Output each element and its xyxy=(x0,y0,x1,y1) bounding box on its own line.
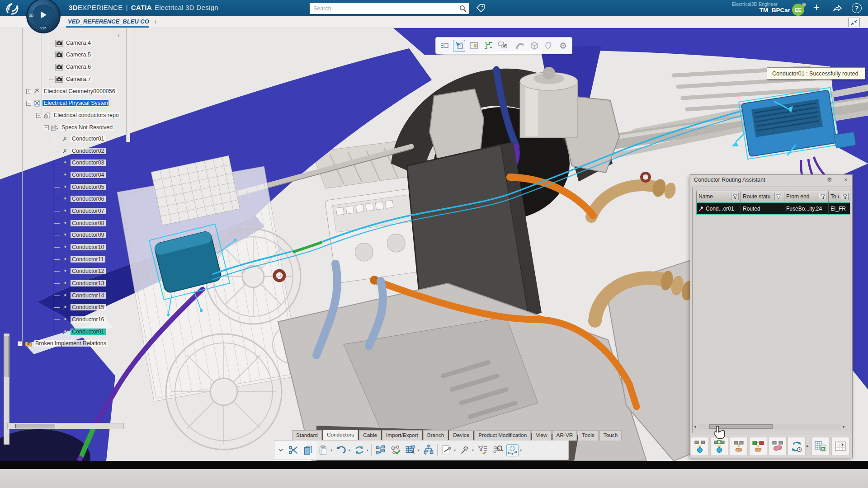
tree-node-conductor[interactable]: Conductor14 xyxy=(61,291,106,300)
share-icon[interactable] xyxy=(832,3,843,14)
copy-button[interactable] xyxy=(302,444,314,456)
paste-button[interactable] xyxy=(317,444,329,456)
more-options-arrow-icon[interactable]: ▸ xyxy=(807,443,809,448)
tab-cable[interactable]: Cable xyxy=(359,430,381,441)
tree-node-conductor[interactable]: Conductor13 xyxy=(61,279,106,287)
search-icon[interactable] xyxy=(457,3,469,14)
help-icon[interactable]: ? xyxy=(852,3,862,13)
tab-import-export[interactable]: Import/Export xyxy=(382,430,422,441)
shaded-view-button[interactable] xyxy=(528,40,540,52)
tree-node-conductor-highlighted[interactable]: Conductor01 xyxy=(61,328,106,336)
collapse-toolbar-chevron-icon[interactable] xyxy=(277,444,284,456)
routing-report-button[interactable] xyxy=(831,437,849,456)
tab-device[interactable]: Device xyxy=(449,430,473,441)
dropdown-caret-icon[interactable]: ▾ xyxy=(349,448,350,452)
review-chat-button[interactable] xyxy=(496,40,509,52)
refresh-button[interactable] xyxy=(353,444,365,456)
tab-ar-vr[interactable]: AR-VR xyxy=(552,430,577,441)
table-cell-name[interactable]: Cond...or01 xyxy=(696,202,741,215)
tree-node-camera6[interactable]: Camera.6 xyxy=(55,63,92,71)
panel-close-icon[interactable]: × xyxy=(844,176,848,183)
specification-tree[interactable]: Camera.4 Camera.5 Camera.6 Camera.7 + El… xyxy=(0,28,134,461)
dropdown-caret-icon[interactable]: ▾ xyxy=(418,448,420,452)
delete-route-button[interactable] xyxy=(769,437,787,456)
table-cell-route-status[interactable]: Routed xyxy=(741,202,784,215)
tree-node-conductor[interactable]: Conductor07 xyxy=(61,207,106,215)
expand-icon[interactable]: + xyxy=(26,89,31,94)
collapse-icon[interactable]: − xyxy=(36,113,41,118)
tab-touch[interactable]: Touch xyxy=(599,430,622,441)
bend-radius-button[interactable] xyxy=(514,40,526,52)
tree-node-camera7[interactable]: Camera.7 xyxy=(55,75,92,83)
user-id[interactable]: TM_BPCar xyxy=(760,7,790,14)
column-header-to-end[interactable]: To en xyxy=(828,191,850,202)
filter-funnel-icon[interactable] xyxy=(731,193,739,200)
tree-node-conductor[interactable]: Conductor15 xyxy=(61,303,106,311)
tree-node-conductor[interactable]: Conductor03 xyxy=(61,159,106,167)
tree-node-conductor[interactable]: Conductor16 xyxy=(61,315,106,324)
cut-button[interactable] xyxy=(287,444,299,456)
dropdown-caret-icon[interactable]: ▾ xyxy=(367,448,368,452)
routing-grid-button[interactable] xyxy=(482,40,494,52)
filter-funnel-icon[interactable] xyxy=(841,193,849,200)
tree-node-conductor[interactable]: Conductor02 xyxy=(61,147,106,155)
viewport-settings-button[interactable]: ⚙ xyxy=(557,40,569,52)
route-conductor-button[interactable] xyxy=(691,437,709,456)
search-network-button[interactable] xyxy=(491,444,504,456)
update-route-button[interactable] xyxy=(788,437,806,456)
tab-product-modification[interactable]: Product Modification xyxy=(474,430,531,441)
collapse-icon[interactable]: − xyxy=(44,125,49,130)
tree-node-con ductor[interactable]: Conductor05 xyxy=(61,183,106,191)
export-table-button[interactable] xyxy=(811,437,830,456)
tree-node-conductor[interactable]: Conductor12 xyxy=(61,267,106,275)
dropdown-caret-icon[interactable]: ▾ xyxy=(454,448,456,452)
panel-minimize-icon[interactable]: – xyxy=(836,176,840,183)
search-input[interactable] xyxy=(310,5,457,12)
check-network-button[interactable] xyxy=(389,444,401,456)
view-list-button[interactable] xyxy=(439,40,451,52)
dropdown-caret-icon[interactable]: ▾ xyxy=(520,448,522,452)
undo-button[interactable] xyxy=(335,444,347,456)
tab-conductors[interactable]: Conductors xyxy=(323,430,358,440)
3ds-logo[interactable] xyxy=(4,1,25,15)
document-tab[interactable]: VED_REFERENCE_BLEU CO xyxy=(68,18,149,25)
tab-standard[interactable]: Standard xyxy=(292,430,322,441)
filter-funnel-icon[interactable] xyxy=(774,193,782,200)
tree-vertical-scrollbar[interactable] xyxy=(126,28,130,142)
filter-funnel-icon[interactable] xyxy=(819,193,826,200)
tree-node-camera5[interactable]: Camera.5 xyxy=(55,51,92,59)
export-document-button[interactable] xyxy=(440,444,453,456)
tree-node-camera4[interactable]: Camera.4 xyxy=(55,39,92,47)
collapse-tree-chevron-icon[interactable]: ‹ xyxy=(118,32,119,38)
new-tab-button[interactable]: + xyxy=(154,18,158,25)
tab-tools[interactable]: Tools xyxy=(578,430,599,441)
column-header-from-end[interactable]: From end xyxy=(784,191,828,202)
tree-node-specs-not-resolved[interactable]: − ? Specs Not Resolved xyxy=(44,123,114,131)
compass-play-icon[interactable] xyxy=(41,11,47,19)
scrollbar-thumb[interactable] xyxy=(5,336,9,377)
filter-report-button[interactable] xyxy=(476,444,489,456)
collapse-icon[interactable]: − xyxy=(26,101,31,106)
table-cell-from-end[interactable]: FuseBo...ity.24 xyxy=(784,202,828,215)
dropdown-caret-icon[interactable]: ▾ xyxy=(472,448,474,452)
dropdown-caret-icon[interactable]: ▾ xyxy=(330,448,332,452)
place-route-button[interactable] xyxy=(730,437,748,456)
scroll-right-icon[interactable]: ▸ xyxy=(841,424,847,429)
tree-node-conductor[interactable]: Conductor01 xyxy=(61,135,106,143)
tree-node-conductor[interactable]: Conductor04 xyxy=(61,171,106,179)
expand-icon[interactable]: + xyxy=(18,341,23,346)
tree-node-conductor[interactable]: Conductor09 xyxy=(61,231,106,239)
assembly-tree-button[interactable] xyxy=(422,444,434,456)
layout-button[interactable] xyxy=(467,40,480,52)
tree-node-broken-implement-relations[interactable]: + Broken Implement Relations xyxy=(18,339,108,347)
tree-node-conductor[interactable]: Conductor11 xyxy=(61,255,105,263)
catalog-table-button[interactable] xyxy=(404,444,416,456)
scrollbar-thumb[interactable] xyxy=(15,424,55,428)
tree-node-electrical-conductors-report[interactable]: − Electrical conductors repo xyxy=(36,111,120,119)
column-header-name[interactable]: Name xyxy=(696,191,741,202)
panel-settings-gear-icon[interactable]: ⚙ xyxy=(827,176,832,183)
tree-node-conductor[interactable]: Conductor06 xyxy=(61,195,106,203)
tree-node-electrical-geometry[interactable]: + Electrical Geometry0000056 xyxy=(26,87,117,95)
tab-branch[interactable]: Branch xyxy=(423,430,448,441)
tree-node-conductor[interactable]: Conductor10 xyxy=(61,243,106,251)
